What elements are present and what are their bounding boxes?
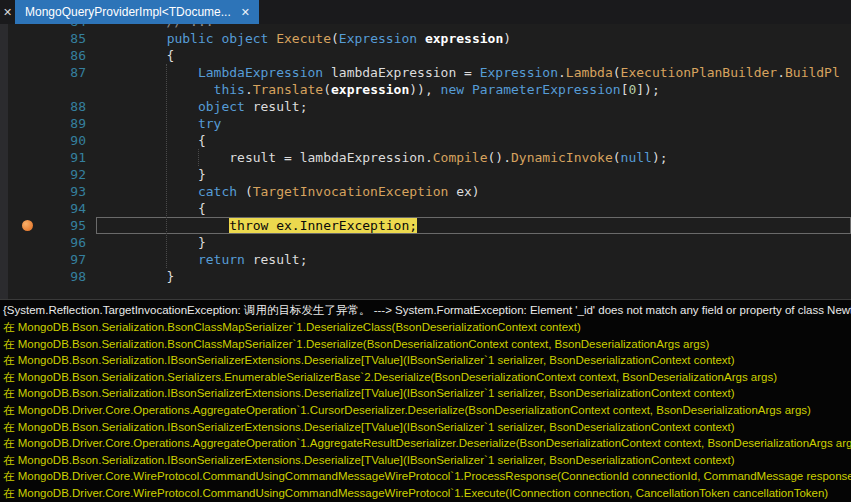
stack-trace-line: 在 MongoDB.Bson.Serialization.Serializers… xyxy=(3,369,851,386)
code-line[interactable]: 89 try xyxy=(0,115,851,132)
code-text: } xyxy=(96,234,206,251)
code-text: this.Translate(expression)), new Paramet… xyxy=(96,81,660,98)
code-line[interactable]: 87 LambdaExpression lambdaExpression = E… xyxy=(0,64,851,81)
breakpoint-margin[interactable] xyxy=(0,251,40,268)
line-number: 85 xyxy=(40,30,96,47)
code-text: return result; xyxy=(96,251,308,268)
stack-trace-line: 在 MongoDB.Bson.Serialization.BsonClassMa… xyxy=(3,319,851,336)
stack-trace-line: 在 MongoDB.Driver.Core.Operations.Aggrega… xyxy=(3,435,851,452)
code-line[interactable]: 85 public object Execute(Expression expr… xyxy=(0,30,851,47)
window-close-icon[interactable]: ✕ xyxy=(0,0,15,24)
tab-title: MongoQueryProviderImpl<TDocume... xyxy=(25,5,231,19)
stack-trace-line: 在 MongoDB.Bson.Serialization.BsonClassMa… xyxy=(3,336,851,353)
line-number xyxy=(40,81,96,98)
breakpoint-margin[interactable] xyxy=(0,268,40,285)
code-line[interactable]: 90 { xyxy=(0,132,851,149)
tab-bar: ✕ MongoQueryProviderImpl<TDocume... ✕ xyxy=(0,0,851,24)
breakpoint-margin[interactable] xyxy=(0,81,40,98)
line-number: 92 xyxy=(40,166,96,183)
code-line[interactable]: 86 { xyxy=(0,47,851,64)
breakpoint-margin[interactable] xyxy=(0,183,40,200)
breakpoint-margin[interactable] xyxy=(0,30,40,47)
code-line[interactable]: 95 throw ex.InnerException; xyxy=(0,217,851,234)
breakpoint-margin[interactable] xyxy=(0,47,40,64)
line-number: 89 xyxy=(40,115,96,132)
breakpoint-margin[interactable] xyxy=(0,115,40,132)
stack-trace-line: 在 MongoDB.Driver.Core.WireProtocol.Comma… xyxy=(3,468,851,485)
app-window: ✕ MongoQueryProviderImpl<TDocume... ✕ 84… xyxy=(0,0,851,502)
code-editor[interactable]: 84 // ...85 public object Execute(Expres… xyxy=(0,24,851,299)
code-line[interactable]: 94 { xyxy=(0,200,851,217)
code-text: throw ex.InnerException; xyxy=(96,217,417,234)
code-text: { xyxy=(96,132,206,149)
code-text: catch (TargetInvocationException ex) xyxy=(96,183,480,200)
line-number: 87 xyxy=(40,64,96,81)
breakpoint-margin[interactable] xyxy=(0,200,40,217)
code-text: public object Execute(Expression express… xyxy=(96,30,511,47)
code-text: try xyxy=(96,115,221,132)
stack-trace-line: 在 MongoDB.Bson.Serialization.IBsonSerial… xyxy=(3,419,851,436)
code-text: object result; xyxy=(96,98,308,115)
code-line[interactable]: 98 } xyxy=(0,268,851,285)
breakpoint-margin[interactable] xyxy=(0,98,40,115)
breakpoint-margin[interactable] xyxy=(0,217,40,234)
breakpoint-margin[interactable] xyxy=(0,234,40,251)
exception-header: {System.Reflection.TargetInvocationExcep… xyxy=(3,302,851,319)
code-line[interactable]: 96 } xyxy=(0,234,851,251)
stack-trace: 在 MongoDB.Bson.Serialization.BsonClassMa… xyxy=(3,319,851,502)
stack-trace-line: 在 MongoDB.Bson.Serialization.IBsonSerial… xyxy=(3,352,851,369)
stack-trace-line: 在 MongoDB.Bson.Serialization.IBsonSerial… xyxy=(3,452,851,469)
code-text: result = lambdaExpression.Compile().Dyna… xyxy=(96,149,668,166)
code-text: { xyxy=(96,47,174,64)
code-line[interactable]: this.Translate(expression)), new Paramet… xyxy=(0,81,851,98)
stack-trace-line: 在 MongoDB.Driver.Core.Operations.Aggrega… xyxy=(3,402,851,419)
code-lines: 84 // ...85 public object Execute(Expres… xyxy=(0,24,851,285)
breakpoint-margin[interactable] xyxy=(0,166,40,183)
line-number: 95 xyxy=(40,217,96,234)
line-number: 91 xyxy=(40,149,96,166)
code-text: { xyxy=(96,200,206,217)
code-text: } xyxy=(96,166,206,183)
line-number: 90 xyxy=(40,132,96,149)
code-line[interactable]: 93 catch (TargetInvocationException ex) xyxy=(0,183,851,200)
code-line[interactable]: 88 object result; xyxy=(0,98,851,115)
line-number: 94 xyxy=(40,200,96,217)
line-number: 88 xyxy=(40,98,96,115)
document-tab[interactable]: MongoQueryProviderImpl<TDocume... ✕ xyxy=(15,0,259,24)
line-number: 86 xyxy=(40,47,96,64)
line-number: 98 xyxy=(40,268,96,285)
line-number: 97 xyxy=(40,251,96,268)
code-text: } xyxy=(96,268,174,285)
code-line[interactable]: 92 } xyxy=(0,166,851,183)
tab-close-icon[interactable]: ✕ xyxy=(241,6,250,19)
exception-output-panel[interactable]: {System.Reflection.TargetInvocationExcep… xyxy=(0,299,851,502)
breakpoint-icon[interactable] xyxy=(22,220,33,231)
code-line[interactable]: 91 result = lambdaExpression.Compile().D… xyxy=(0,149,851,166)
line-number: 96 xyxy=(40,234,96,251)
line-number: 93 xyxy=(40,183,96,200)
breakpoint-margin[interactable] xyxy=(0,64,40,81)
stack-trace-line: 在 MongoDB.Bson.Serialization.IBsonSerial… xyxy=(3,385,851,402)
code-line[interactable]: 97 return result; xyxy=(0,251,851,268)
code-text: LambdaExpression lambdaExpression = Expr… xyxy=(96,64,840,81)
stack-trace-line: 在 MongoDB.Driver.Core.WireProtocol.Comma… xyxy=(3,485,851,502)
breakpoint-margin[interactable] xyxy=(0,149,40,166)
breakpoint-margin[interactable] xyxy=(0,132,40,149)
